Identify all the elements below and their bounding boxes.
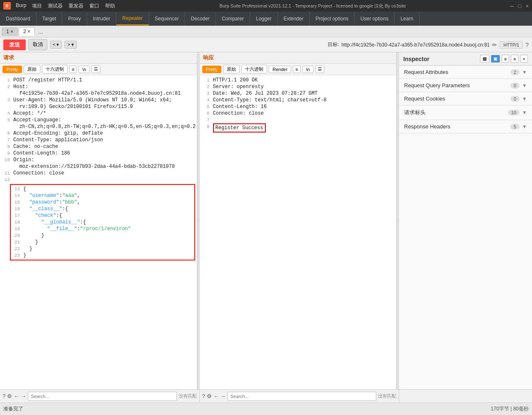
inspector-ctrl-2[interactable]: ▣ bbox=[491, 55, 500, 63]
inspector-chevron-1: ▼ bbox=[522, 83, 527, 88]
inspector-row-resp-headers[interactable]: Response Headers 5 ▼ bbox=[399, 120, 532, 133]
request-help-icon[interactable]: ? bbox=[2, 393, 5, 399]
tab-learn[interactable]: Learn bbox=[395, 12, 419, 25]
request-search-input[interactable] bbox=[28, 392, 177, 401]
request-line-9: 9Content-Length: 186 bbox=[2, 150, 195, 157]
response-btn-render[interactable]: Render bbox=[269, 66, 291, 73]
tab-logger[interactable]: Logger bbox=[250, 12, 277, 25]
menu-burp[interactable]: Burp bbox=[16, 2, 26, 10]
request-line-20: 20 } bbox=[12, 232, 194, 239]
repeater-tabs: 1 × 2 × ... bbox=[0, 26, 532, 37]
tab-repeater[interactable]: Repeater bbox=[116, 12, 149, 25]
inspector-count-0: 2 bbox=[510, 69, 520, 75]
inspector-row-query-params[interactable]: Request Query Parameters 0 ▼ bbox=[399, 79, 532, 92]
menu-tester[interactable]: 测试器 bbox=[48, 2, 63, 10]
inspector-close-button[interactable]: × bbox=[520, 55, 528, 63]
inspector-section-3: 请求标头 10 ▼ bbox=[399, 106, 532, 120]
menu-help[interactable]: 帮助 bbox=[105, 2, 115, 10]
tab-target[interactable]: Target bbox=[37, 12, 62, 25]
response-btn-icon1[interactable]: ≡ bbox=[293, 66, 300, 73]
close-button[interactable]: × bbox=[525, 3, 529, 9]
response-btn-hex[interactable]: 十六进制 bbox=[241, 65, 267, 74]
response-code-area[interactable]: 1HTTP/1.1 200 OK 2Server: openresty 3Dat… bbox=[200, 75, 397, 389]
inspector-chevron-4: ▼ bbox=[522, 124, 527, 130]
target-bar: 目标: http://f4c1925e-7b30-42a7-a365-b7e7c… bbox=[79, 41, 529, 49]
menu-project[interactable]: 项目 bbox=[32, 2, 42, 10]
tab-intruder[interactable]: Intruder bbox=[87, 12, 116, 25]
target-edit-icon[interactable]: ✏ bbox=[492, 42, 497, 48]
repeater-tab-1[interactable]: 1 × bbox=[2, 27, 18, 36]
inspector-row-request-attributes[interactable]: Request Attributes 2 ▼ bbox=[399, 66, 532, 79]
http-version[interactable]: HTTP/1 bbox=[500, 41, 523, 49]
nav-back-button[interactable]: < ▾ bbox=[50, 41, 62, 49]
request-fwd-icon[interactable]: → bbox=[21, 393, 26, 399]
titlebar: B Burp 项目 测试器 重发器 窗口 帮助 Burp Suite Profe… bbox=[0, 0, 532, 12]
request-btn-hex[interactable]: 十六进制 bbox=[42, 65, 68, 74]
tab-dashboard[interactable]: Dashboard bbox=[0, 12, 37, 25]
inspector-chevron-0: ▼ bbox=[522, 69, 527, 75]
inspector-badge-0: 2 ▼ bbox=[510, 69, 527, 75]
cancel-button[interactable]: 取消 bbox=[28, 39, 47, 50]
response-search-input[interactable] bbox=[228, 392, 376, 401]
request-line-4: 4Accept: */* bbox=[2, 110, 195, 117]
tab-decoder[interactable]: Decoder bbox=[185, 12, 216, 25]
maximize-button[interactable]: □ bbox=[518, 3, 522, 9]
tab-project-options[interactable]: Project options bbox=[310, 12, 355, 25]
inspector-ctrl-1[interactable]: ▦ bbox=[480, 55, 489, 63]
inspector-section-4: Response Headers 5 ▼ bbox=[399, 120, 532, 133]
request-settings-icon[interactable]: ⚙ bbox=[7, 393, 12, 399]
response-line-4: 4Content-Type: text/html; charset=utf-8 bbox=[201, 97, 395, 103]
tab-sequencer[interactable]: Sequencer bbox=[149, 12, 185, 25]
response-panel: 响应 Pretty 原始 十六进制 Render ≡ \n ☰ 1HTTP/1.… bbox=[200, 52, 397, 389]
response-line-6: 6Connection: close bbox=[201, 110, 395, 117]
request-back-icon[interactable]: ← bbox=[14, 393, 19, 399]
burp-logo: B bbox=[3, 2, 11, 10]
status-left: 准备完了 bbox=[3, 405, 491, 413]
response-back-icon[interactable]: ← bbox=[213, 393, 219, 399]
repeater-tab-more[interactable]: ... bbox=[36, 28, 46, 35]
tab-comparer[interactable]: Comparer bbox=[216, 12, 250, 25]
target-label: 目标: bbox=[328, 41, 339, 48]
request-line-14: 14 "username":"aaa", bbox=[12, 192, 194, 199]
response-btn-menu[interactable]: ☰ bbox=[315, 65, 324, 73]
inspector-row-req-headers[interactable]: 请求标头 10 ▼ bbox=[399, 106, 532, 120]
target-url: http://f4c1925e-7b30-42a7-a365-b7e7c9529… bbox=[341, 42, 490, 48]
inspector-label-0: Request Attributes bbox=[404, 69, 448, 75]
response-btn-pretty[interactable]: Pretty bbox=[202, 66, 222, 73]
inspector-badge-3: 10 ▼ bbox=[508, 110, 527, 115]
inspector-badge-1: 0 ▼ bbox=[510, 83, 527, 88]
inspector-section-0: Request Attributes 2 ▼ bbox=[399, 66, 532, 79]
request-line-2b: f4c1925e-7b30-42a7-a365-b7e7c952918a.nod… bbox=[2, 90, 195, 97]
menu-repeater[interactable]: 重发器 bbox=[69, 2, 83, 10]
request-line-18: 18 "__globals__":{ bbox=[12, 219, 194, 226]
toolbar-help-button[interactable]: ? bbox=[525, 42, 529, 48]
response-btn-ln[interactable]: \n bbox=[302, 66, 314, 73]
inspector-panel: Inspector ▦ ▣ ≡ ≡ × Request Attributes 2… bbox=[399, 52, 532, 389]
request-btn-menu[interactable]: ☰ bbox=[91, 65, 101, 73]
request-header: 请求 bbox=[0, 52, 197, 64]
request-btn-raw[interactable]: 原始 bbox=[24, 65, 40, 74]
send-button[interactable]: 发送 bbox=[3, 39, 26, 50]
request-btn-pretty[interactable]: Pretty bbox=[2, 66, 22, 73]
request-line-21: 21 } bbox=[12, 239, 194, 246]
request-line-11: 11Connection: close bbox=[2, 170, 195, 177]
request-line-5: 5Accept-Language: bbox=[2, 117, 195, 123]
inspector-ctrl-4[interactable]: ≡ bbox=[511, 55, 518, 63]
nav-fwd-button[interactable]: > ▾ bbox=[64, 41, 76, 49]
request-btn-icon1[interactable]: ≡ bbox=[69, 66, 77, 73]
request-code-area[interactable]: 1POST /register HTTP/1.1 2Host: f4c1925e… bbox=[0, 75, 197, 389]
menu-window[interactable]: 窗口 bbox=[89, 2, 99, 10]
tab-user-options[interactable]: User options bbox=[355, 12, 395, 25]
response-btn-raw[interactable]: 原始 bbox=[223, 65, 240, 74]
request-line-17: 17 "check":{ bbox=[12, 212, 194, 219]
response-fwd-icon[interactable]: → bbox=[221, 393, 226, 399]
request-btn-ln[interactable]: \n bbox=[78, 66, 90, 73]
repeater-tab-2[interactable]: 2 × bbox=[19, 27, 35, 36]
minimize-button[interactable]: ─ bbox=[510, 3, 514, 9]
tab-extender[interactable]: Extender bbox=[278, 12, 310, 25]
tab-proxy[interactable]: Proxy bbox=[62, 12, 87, 25]
inspector-row-cookies[interactable]: Request Cookies 0 ▼ bbox=[399, 92, 532, 105]
response-help-icon[interactable]: ? bbox=[202, 393, 205, 399]
inspector-ctrl-3[interactable]: ≡ bbox=[502, 55, 509, 63]
response-settings-icon[interactable]: ⚙ bbox=[207, 393, 212, 399]
